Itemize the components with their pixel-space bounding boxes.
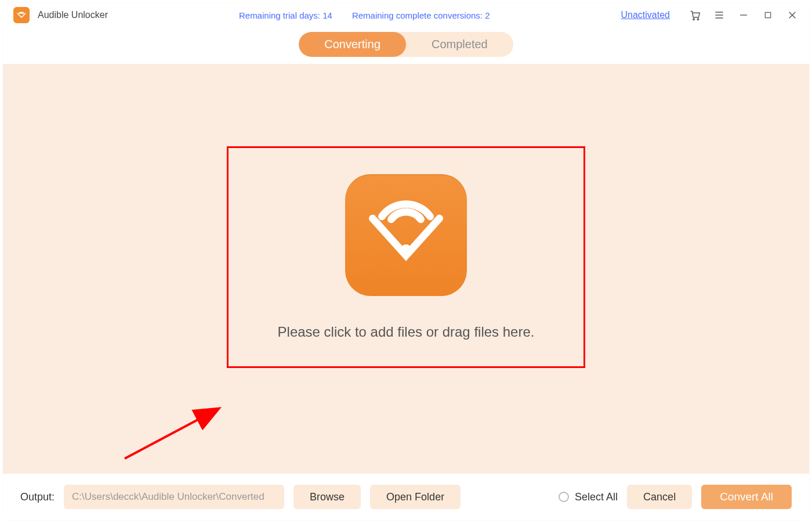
cancel-button[interactable]: Cancel xyxy=(627,485,692,509)
title-bar: Audible Unlocker Remaining trial days: 1… xyxy=(3,3,809,27)
close-button[interactable] xyxy=(786,9,799,21)
tabs-row: Converting Completed xyxy=(3,27,809,64)
dropzone-logo-icon xyxy=(345,174,467,296)
footer-bar: Output: Browse Open Folder Select All Ca… xyxy=(3,474,809,520)
tabs-pill: Converting Completed xyxy=(299,32,513,57)
tab-completed[interactable]: Completed xyxy=(406,32,513,57)
svg-point-0 xyxy=(21,16,22,17)
svg-line-11 xyxy=(125,409,217,459)
trial-days-label: Remaining trial days: 14 xyxy=(239,10,332,20)
menu-icon[interactable] xyxy=(713,9,726,21)
file-dropzone[interactable]: Please click to add files or drag files … xyxy=(227,146,585,368)
app-title: Audible Unlocker xyxy=(38,10,108,20)
output-path-field[interactable] xyxy=(64,485,284,509)
cart-icon[interactable] xyxy=(688,9,701,21)
unactivated-link[interactable]: Unactivated xyxy=(621,10,670,20)
select-all-label: Select All xyxy=(575,491,618,503)
svg-point-1 xyxy=(693,19,695,20)
dropzone-text: Please click to add files or drag files … xyxy=(278,324,535,340)
svg-rect-7 xyxy=(765,12,770,17)
app-logo-icon xyxy=(13,7,30,23)
select-all-radio-icon xyxy=(559,492,569,502)
svg-point-2 xyxy=(697,19,699,20)
minimize-button[interactable] xyxy=(737,9,750,21)
select-all-toggle[interactable]: Select All xyxy=(559,491,618,503)
convert-all-button[interactable]: Convert All xyxy=(701,485,792,509)
tab-converting[interactable]: Converting xyxy=(299,32,406,57)
svg-point-10 xyxy=(400,244,411,255)
annotation-arrow-icon xyxy=(119,401,235,470)
window-controls xyxy=(688,9,799,21)
output-label: Output: xyxy=(20,491,55,503)
open-folder-button[interactable]: Open Folder xyxy=(370,485,461,509)
browse-button[interactable]: Browse xyxy=(293,485,361,509)
maximize-button[interactable] xyxy=(762,9,774,21)
remaining-conversions-label: Remaining complete conversions: 2 xyxy=(352,10,490,20)
main-area: Please click to add files or drag files … xyxy=(3,64,809,474)
app-window: Audible Unlocker Remaining trial days: 1… xyxy=(3,3,809,520)
